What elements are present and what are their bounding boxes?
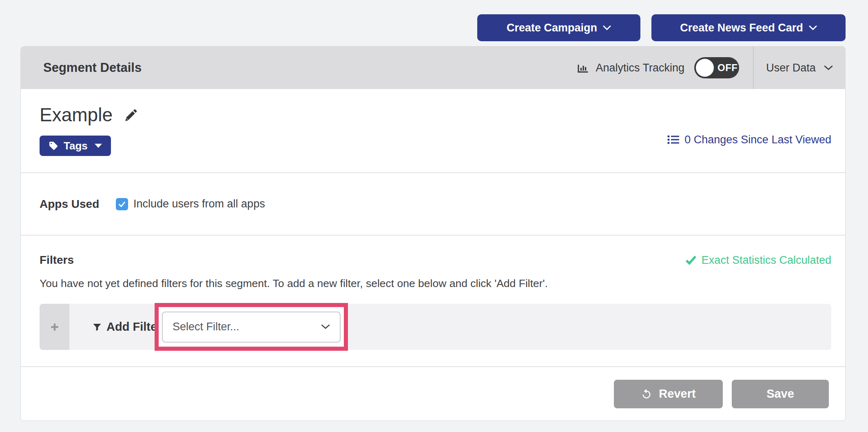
apps-used-label: Apps Used — [40, 198, 116, 211]
footer-actions: Revert Save — [21, 366, 845, 421]
add-filter-text: Add Filter — [106, 320, 162, 334]
add-filter-group-button[interactable] — [40, 304, 69, 350]
edit-pencil-icon[interactable] — [124, 107, 139, 122]
chevron-down-icon — [603, 25, 611, 31]
chevron-down-icon — [809, 25, 817, 31]
user-data-label: User Data — [766, 62, 816, 74]
include-all-apps-label: Include users from all apps — [133, 198, 265, 210]
check-icon — [117, 200, 126, 209]
create-campaign-label: Create Campaign — [507, 22, 597, 34]
save-label: Save — [766, 387, 794, 401]
apps-used-section: Apps Used Include users from all apps — [21, 172, 845, 235]
annotation-highlight-box: Select Filter... — [155, 303, 348, 351]
filter-funnel-icon — [92, 322, 102, 332]
add-filter-body: Add Filter Select Filter... — [69, 304, 831, 350]
analytics-tracking-group: Analytics Tracking OFF — [577, 47, 753, 89]
toggle-knob — [696, 59, 714, 77]
filters-section: Filters Exact Statistics Calculated You … — [21, 235, 845, 366]
segment-title-section: Example Tags 0 Chan — [21, 89, 845, 172]
add-filter-label: Add Filter — [92, 320, 162, 334]
tag-icon — [49, 141, 58, 151]
segment-name: Example — [40, 104, 113, 126]
select-filter-dropdown[interactable]: Select Filter... — [162, 312, 341, 343]
chevron-down-icon — [321, 324, 330, 330]
analytics-tracking-label: Analytics Tracking — [596, 62, 684, 74]
filters-heading: Filters — [40, 254, 74, 267]
changes-link-label: 0 Changes Since Last Viewed — [684, 134, 831, 146]
analytics-tracking-toggle[interactable]: OFF — [694, 57, 739, 78]
exact-statistics-status: Exact Statistics Calculated — [685, 254, 831, 267]
add-filter-row: Add Filter Select Filter... — [40, 304, 831, 350]
toggle-state-label: OFF — [717, 62, 738, 73]
save-button[interactable]: Save — [732, 380, 829, 408]
chevron-down-icon — [824, 65, 833, 71]
create-news-feed-card-button[interactable]: Create News Feed Card — [651, 14, 846, 41]
page-title: Segment Details — [21, 47, 577, 89]
check-icon — [685, 255, 697, 265]
caret-down-icon — [95, 144, 102, 148]
include-all-apps-row: Include users from all apps — [116, 198, 265, 210]
filters-empty-message: You have not yet defined filters for thi… — [40, 277, 831, 290]
select-filter-placeholder: Select Filter... — [173, 321, 239, 333]
card-header: Segment Details Analytics Tracking OFF U… — [21, 47, 845, 89]
exact-statistics-label: Exact Statistics Calculated — [702, 254, 831, 267]
revert-button[interactable]: Revert — [614, 380, 723, 408]
tags-button-label: Tags — [64, 140, 88, 152]
segment-title-block: Example Tags — [40, 104, 139, 172]
create-campaign-button[interactable]: Create Campaign — [477, 14, 640, 41]
create-news-feed-label: Create News Feed Card — [680, 22, 803, 34]
revert-icon — [641, 388, 652, 400]
include-all-apps-checkbox[interactable] — [116, 198, 128, 210]
list-icon — [667, 134, 680, 145]
bar-chart-icon — [577, 62, 589, 74]
changes-since-last-viewed-link[interactable]: 0 Changes Since Last Viewed — [667, 107, 831, 172]
tags-button[interactable]: Tags — [40, 136, 111, 156]
revert-label: Revert — [659, 387, 695, 401]
user-data-dropdown[interactable]: User Data — [754, 47, 845, 89]
plus-icon — [49, 322, 60, 332]
segment-details-card: Segment Details Analytics Tracking OFF U… — [20, 46, 846, 421]
